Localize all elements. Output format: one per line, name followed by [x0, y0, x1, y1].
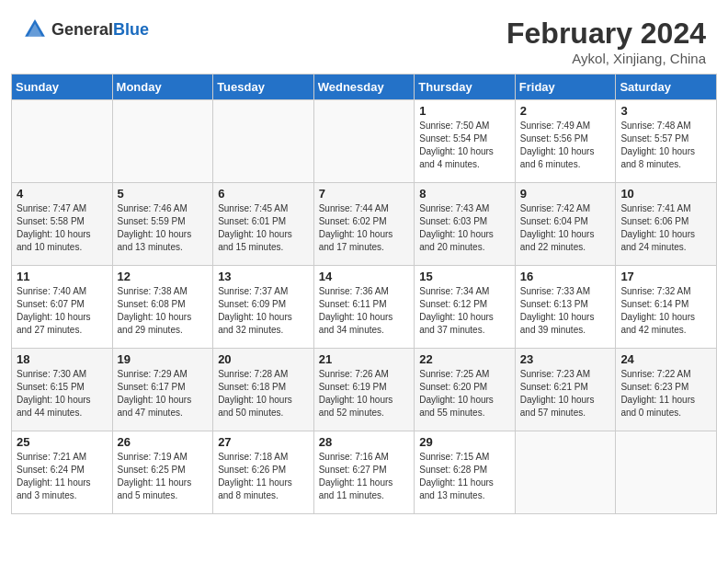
day-info: Sunrise: 7:23 AM Sunset: 6:21 PM Dayligh… — [520, 368, 611, 419]
calendar-cell: 5Sunrise: 7:46 AM Sunset: 5:59 PM Daylig… — [112, 183, 213, 266]
day-info: Sunrise: 7:28 AM Sunset: 6:18 PM Dayligh… — [218, 368, 309, 419]
header-row: SundayMondayTuesdayWednesdayThursdayFrid… — [12, 75, 717, 100]
logo-blue: Blue — [113, 20, 149, 39]
day-info: Sunrise: 7:42 AM Sunset: 6:04 PM Dayligh… — [520, 202, 611, 254]
calendar-week: 4Sunrise: 7:47 AM Sunset: 5:58 PM Daylig… — [12, 183, 717, 266]
calendar-cell: 16Sunrise: 7:33 AM Sunset: 6:13 PM Dayli… — [515, 266, 616, 349]
day-number: 23 — [520, 352, 611, 366]
day-number: 14 — [319, 270, 410, 283]
calendar-cell: 28Sunrise: 7:16 AM Sunset: 6:27 PM Dayli… — [313, 431, 415, 514]
calendar-week: 11Sunrise: 7:40 AM Sunset: 6:07 PM Dayli… — [12, 266, 717, 349]
calendar-week: 25Sunrise: 7:21 AM Sunset: 6:24 PM Dayli… — [12, 431, 717, 514]
logo-icon — [22, 17, 48, 42]
header-day: Monday — [112, 75, 213, 100]
calendar-cell: 21Sunrise: 7:26 AM Sunset: 6:19 PM Dayli… — [313, 349, 415, 431]
calendar-cell: 29Sunrise: 7:15 AM Sunset: 6:28 PM Dayli… — [415, 431, 516, 514]
calendar-cell — [112, 100, 213, 183]
day-info: Sunrise: 7:19 AM Sunset: 6:25 PM Dayligh… — [118, 451, 209, 502]
calendar-cell: 26Sunrise: 7:19 AM Sunset: 6:25 PM Dayli… — [112, 431, 213, 514]
day-number: 25 — [17, 435, 108, 449]
day-info: Sunrise: 7:33 AM Sunset: 6:13 PM Dayligh… — [520, 285, 611, 337]
day-info: Sunrise: 7:46 AM Sunset: 5:59 PM Dayligh… — [118, 202, 209, 254]
calendar-cell: 13Sunrise: 7:37 AM Sunset: 6:09 PM Dayli… — [213, 266, 314, 349]
day-info: Sunrise: 7:44 AM Sunset: 6:02 PM Dayligh… — [319, 202, 410, 254]
day-info: Sunrise: 7:38 AM Sunset: 6:08 PM Dayligh… — [118, 285, 209, 337]
calendar-cell: 17Sunrise: 7:32 AM Sunset: 6:14 PM Dayli… — [616, 266, 717, 349]
day-number: 1 — [419, 104, 510, 118]
day-info: Sunrise: 7:48 AM Sunset: 5:57 PM Dayligh… — [620, 120, 711, 171]
calendar-cell: 14Sunrise: 7:36 AM Sunset: 6:11 PM Dayli… — [313, 266, 415, 349]
day-info: Sunrise: 7:25 AM Sunset: 6:20 PM Dayligh… — [419, 368, 510, 419]
calendar-cell: 25Sunrise: 7:21 AM Sunset: 6:24 PM Dayli… — [12, 431, 113, 514]
day-info: Sunrise: 7:29 AM Sunset: 6:17 PM Dayligh… — [118, 368, 209, 419]
day-info: Sunrise: 7:16 AM Sunset: 6:27 PM Dayligh… — [319, 451, 410, 502]
calendar-cell — [616, 431, 717, 514]
day-info: Sunrise: 7:22 AM Sunset: 6:23 PM Dayligh… — [620, 368, 711, 419]
day-number: 3 — [620, 104, 711, 118]
month-year: February 2024 — [506, 17, 706, 51]
calendar-table: SundayMondayTuesdayWednesdayThursdayFrid… — [11, 74, 717, 514]
calendar-body: 1Sunrise: 7:50 AM Sunset: 5:54 PM Daylig… — [12, 100, 717, 514]
calendar-cell — [213, 100, 314, 183]
logo-text: GeneralBlue — [51, 20, 149, 40]
day-info: Sunrise: 7:40 AM Sunset: 6:07 PM Dayligh… — [17, 285, 108, 337]
calendar-cell: 15Sunrise: 7:34 AM Sunset: 6:12 PM Dayli… — [415, 266, 516, 349]
calendar-cell: 4Sunrise: 7:47 AM Sunset: 5:58 PM Daylig… — [12, 183, 113, 266]
day-number: 21 — [319, 352, 410, 366]
page-header: GeneralBlue February 2024 Aykol, Xinjian… — [0, 0, 728, 74]
day-number: 28 — [319, 435, 410, 449]
day-info: Sunrise: 7:30 AM Sunset: 6:15 PM Dayligh… — [17, 368, 108, 419]
day-info: Sunrise: 7:37 AM Sunset: 6:09 PM Dayligh… — [218, 285, 309, 337]
day-number: 4 — [17, 187, 108, 201]
day-number: 16 — [520, 270, 611, 283]
day-info: Sunrise: 7:34 AM Sunset: 6:12 PM Dayligh… — [419, 285, 510, 337]
day-info: Sunrise: 7:45 AM Sunset: 6:01 PM Dayligh… — [218, 202, 309, 254]
day-number: 17 — [620, 270, 711, 283]
calendar-cell: 7Sunrise: 7:44 AM Sunset: 6:02 PM Daylig… — [313, 183, 415, 266]
calendar-cell — [515, 431, 616, 514]
day-number: 13 — [218, 270, 309, 283]
day-info: Sunrise: 7:32 AM Sunset: 6:14 PM Dayligh… — [620, 285, 711, 337]
header-day: Saturday — [616, 75, 717, 100]
day-number: 15 — [419, 270, 510, 283]
header-day: Thursday — [415, 75, 516, 100]
calendar-cell: 12Sunrise: 7:38 AM Sunset: 6:08 PM Dayli… — [112, 266, 213, 349]
day-number: 2 — [520, 104, 611, 118]
day-info: Sunrise: 7:18 AM Sunset: 6:26 PM Dayligh… — [218, 451, 309, 502]
day-number: 22 — [419, 352, 510, 366]
header-day: Sunday — [12, 75, 113, 100]
calendar-cell: 27Sunrise: 7:18 AM Sunset: 6:26 PM Dayli… — [213, 431, 314, 514]
day-info: Sunrise: 7:36 AM Sunset: 6:11 PM Dayligh… — [319, 285, 410, 337]
calendar-cell: 6Sunrise: 7:45 AM Sunset: 6:01 PM Daylig… — [213, 183, 314, 266]
calendar-header: SundayMondayTuesdayWednesdayThursdayFrid… — [12, 75, 717, 100]
day-info: Sunrise: 7:47 AM Sunset: 5:58 PM Dayligh… — [17, 202, 108, 254]
calendar-cell: 20Sunrise: 7:28 AM Sunset: 6:18 PM Dayli… — [213, 349, 314, 431]
header-day: Friday — [515, 75, 616, 100]
day-number: 29 — [419, 435, 510, 449]
calendar-cell: 22Sunrise: 7:25 AM Sunset: 6:20 PM Dayli… — [415, 349, 516, 431]
day-number: 26 — [118, 435, 209, 449]
day-info: Sunrise: 7:21 AM Sunset: 6:24 PM Dayligh… — [17, 451, 108, 502]
day-info: Sunrise: 7:50 AM Sunset: 5:54 PM Dayligh… — [419, 120, 510, 171]
calendar-cell: 2Sunrise: 7:49 AM Sunset: 5:56 PM Daylig… — [515, 100, 616, 183]
day-info: Sunrise: 7:43 AM Sunset: 6:03 PM Dayligh… — [419, 202, 510, 254]
title-block: February 2024 Aykol, Xinjiang, China — [506, 17, 706, 66]
day-number: 7 — [319, 187, 410, 201]
day-number: 12 — [118, 270, 209, 283]
logo: GeneralBlue — [22, 17, 149, 42]
day-number: 6 — [218, 187, 309, 201]
day-number: 27 — [218, 435, 309, 449]
day-info: Sunrise: 7:15 AM Sunset: 6:28 PM Dayligh… — [419, 451, 510, 502]
day-number: 8 — [419, 187, 510, 201]
location: Aykol, Xinjiang, China — [506, 51, 706, 66]
calendar-cell: 9Sunrise: 7:42 AM Sunset: 6:04 PM Daylig… — [515, 183, 616, 266]
calendar-cell: 23Sunrise: 7:23 AM Sunset: 6:21 PM Dayli… — [515, 349, 616, 431]
header-day: Tuesday — [213, 75, 314, 100]
day-number: 24 — [620, 352, 711, 366]
logo-general: General — [51, 20, 113, 39]
day-info: Sunrise: 7:49 AM Sunset: 5:56 PM Dayligh… — [520, 120, 611, 171]
calendar-cell: 1Sunrise: 7:50 AM Sunset: 5:54 PM Daylig… — [415, 100, 516, 183]
day-number: 10 — [620, 187, 711, 201]
day-number: 5 — [118, 187, 209, 201]
calendar-week: 18Sunrise: 7:30 AM Sunset: 6:15 PM Dayli… — [12, 349, 717, 431]
